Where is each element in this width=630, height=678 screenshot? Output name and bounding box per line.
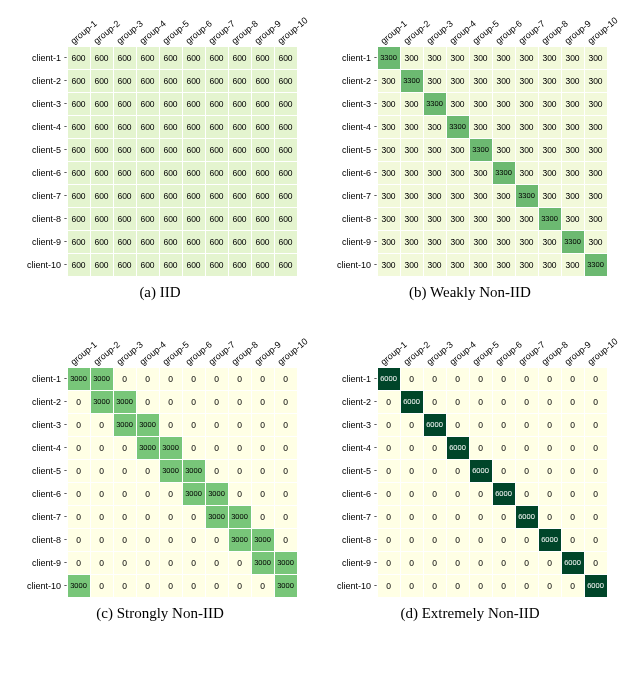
panel-a: group-1group-2group-3group-4group-5group… (10, 10, 310, 301)
heatmap-cell: 3300 (401, 70, 423, 92)
heatmap-cell: 0 (447, 391, 469, 413)
heatmap-cell: 300 (539, 185, 561, 207)
heatmap-cell: 6000 (562, 552, 584, 574)
heatmap-cell: 0 (447, 575, 469, 597)
column-header: group-1 (379, 24, 403, 46)
heatmap-cell: 300 (378, 162, 400, 184)
heatmap-cell: 3300 (562, 231, 584, 253)
heatmap-cell: 0 (68, 552, 90, 574)
heatmap-cell: 300 (378, 254, 400, 276)
heatmap-cell: 600 (252, 93, 274, 115)
row-label: client-2 (23, 76, 65, 86)
heatmap-cell: 300 (562, 139, 584, 161)
heatmap-cell: 600 (206, 254, 228, 276)
heatmap-cell: 600 (114, 185, 136, 207)
heatmap-cell: 0 (183, 529, 205, 551)
heatmap-cell: 6000 (585, 575, 607, 597)
row-tick: - (64, 558, 66, 567)
heatmap-cell: 0 (378, 460, 400, 482)
heatmap-cell: 300 (401, 116, 423, 138)
heatmap-cell: 300 (447, 231, 469, 253)
heatmap-cell: 600 (137, 162, 159, 184)
heatmap-cell: 0 (275, 437, 297, 459)
row-label: client-1 (333, 53, 375, 63)
heatmap-cell: 0 (114, 483, 136, 505)
row-label: client-7 (23, 191, 65, 201)
heatmap-cell: 300 (470, 70, 492, 92)
heatmap-cell: 0 (275, 529, 297, 551)
heatmap-cell: 600 (275, 208, 297, 230)
heatmap-cell: 0 (68, 483, 90, 505)
heatmap-row: client-5 -300300300300330030030030030030… (333, 138, 607, 161)
heatmap-cell: 300 (516, 47, 538, 69)
row-label: client-1 (23, 53, 65, 63)
heatmap-cell: 300 (585, 208, 607, 230)
heatmap-cell: 600 (137, 185, 159, 207)
heatmap-cell: 6000 (424, 414, 446, 436)
heatmap-cell: 300 (585, 116, 607, 138)
row-tick: - (374, 53, 376, 62)
heatmap-row: client-9 -0000000060000 (333, 551, 607, 574)
row-tick: - (64, 489, 66, 498)
heatmap-cell: 0 (493, 460, 515, 482)
heatmap-row: client-1 -6000000000000 (333, 367, 607, 390)
heatmap-cell: 3000 (275, 552, 297, 574)
row-label: client-4 (333, 443, 375, 453)
heatmap-row: client-4 -600600600600600600600600600600 (23, 115, 297, 138)
heatmap-cell: 0 (470, 414, 492, 436)
heatmap-cell: 600 (137, 254, 159, 276)
heatmap-cell: 600 (160, 254, 182, 276)
heatmap-cell: 0 (378, 483, 400, 505)
heatmap-cell: 600 (275, 93, 297, 115)
heatmap-cell: 3000 (183, 483, 205, 505)
row-tick: - (374, 581, 376, 590)
heatmap-cell: 300 (585, 70, 607, 92)
heatmap-cell: 0 (114, 368, 136, 390)
heatmap-cell: 6000 (493, 483, 515, 505)
heatmap-cell: 600 (68, 116, 90, 138)
heatmap-cell: 600 (114, 70, 136, 92)
heatmap-cell: 600 (252, 254, 274, 276)
heatmap-cell: 300 (539, 47, 561, 69)
heatmap-row: client-7 -0000006000000 (333, 505, 607, 528)
heatmap-cell: 300 (424, 139, 446, 161)
column-headers: group-1group-2group-3group-4group-5group… (377, 10, 607, 46)
heatmap-cell: 0 (160, 529, 182, 551)
heatmap-cell: 0 (424, 483, 446, 505)
row-label: client-10 (333, 581, 375, 591)
heatmap-row: client-1 -330030030030030030030030030030… (333, 46, 607, 69)
heatmap-cell: 300 (470, 231, 492, 253)
heatmap-cell: 300 (424, 47, 446, 69)
heatmap-cell: 300 (447, 139, 469, 161)
heatmap-cell: 0 (585, 529, 607, 551)
heatmap-cell: 600 (160, 208, 182, 230)
heatmap-cell: 0 (516, 552, 538, 574)
heatmap-cell: 300 (539, 254, 561, 276)
row-label: client-8 (333, 214, 375, 224)
heatmap-cell: 0 (585, 437, 607, 459)
row-tick: - (374, 397, 376, 406)
heatmap-cell: 600 (206, 70, 228, 92)
heatmap-cell: 6000 (539, 529, 561, 551)
heatmap-cell: 600 (229, 139, 251, 161)
heatmap-cell: 300 (470, 116, 492, 138)
heatmap-cell: 0 (68, 460, 90, 482)
heatmap-cell: 0 (516, 460, 538, 482)
heatmap-cell: 3300 (493, 162, 515, 184)
heatmap-cell: 0 (539, 483, 561, 505)
heatmap-cell: 300 (516, 116, 538, 138)
heatmap-row: client-3 -0030003000000000 (23, 413, 297, 436)
row-tick: - (374, 168, 376, 177)
heatmap-cell: 300 (378, 93, 400, 115)
heatmap-cell: 0 (252, 460, 274, 482)
heatmap-cell: 600 (114, 116, 136, 138)
heatmap-cell: 3000 (114, 391, 136, 413)
heatmap-cell: 0 (114, 552, 136, 574)
heatmap-cell: 0 (447, 506, 469, 528)
heatmap-cell: 600 (183, 254, 205, 276)
heatmap-cell: 600 (160, 70, 182, 92)
heatmap-cell: 0 (114, 460, 136, 482)
heatmap-cell: 0 (424, 460, 446, 482)
heatmap-cell: 600 (91, 47, 113, 69)
heatmap-row: client-9 -300300300300300300300300330030… (333, 230, 607, 253)
